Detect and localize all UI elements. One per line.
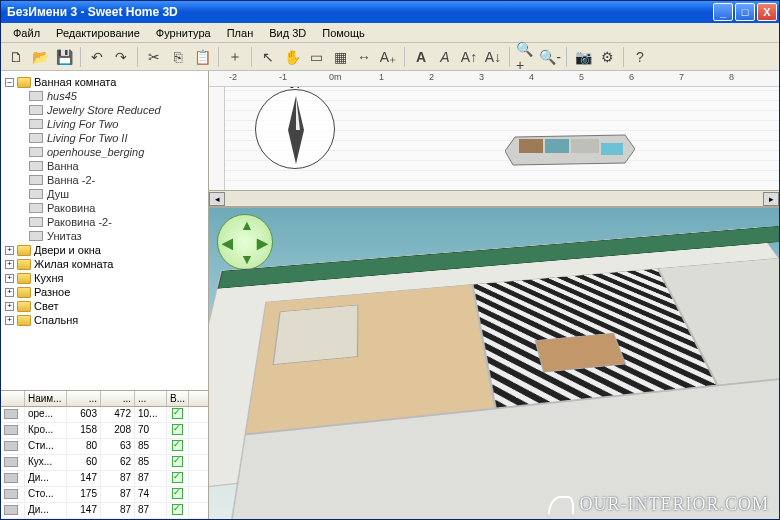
cell-visible[interactable] <box>167 439 189 454</box>
col-b[interactable]: ... <box>101 391 135 406</box>
cell-visible[interactable] <box>167 407 189 422</box>
expand-icon[interactable]: + <box>5 246 14 255</box>
menu-file[interactable]: Файл <box>5 25 48 41</box>
pan-icon[interactable]: ✋ <box>281 46 303 68</box>
text-icon[interactable]: A₊ <box>377 46 399 68</box>
table-row[interactable]: Ди...1478787 <box>1 471 208 487</box>
catalog-item[interactable]: Ванна <box>5 159 204 173</box>
menu-edit[interactable]: Редактирование <box>48 25 148 41</box>
close-button[interactable]: X <box>757 3 777 21</box>
add-furniture-icon[interactable]: ＋ <box>224 46 246 68</box>
table-row[interactable]: Ди...1478787 <box>1 503 208 519</box>
wall-icon[interactable]: ▭ <box>305 46 327 68</box>
catalog-folder-closed[interactable]: +Свет <box>5 299 204 313</box>
catalog-folder-closed[interactable]: +Спальня <box>5 313 204 327</box>
nav-3d-widget[interactable]: ▲ ▼ ◀ ▶ <box>217 214 273 270</box>
furniture-table-header[interactable]: Наим... ... ... ... В... <box>1 390 208 407</box>
snapshot-icon[interactable]: 📷 <box>572 46 594 68</box>
undo-icon[interactable]: ↶ <box>86 46 108 68</box>
open-icon[interactable]: 📂 <box>29 46 51 68</box>
catalog-item[interactable]: Раковина <box>5 201 204 215</box>
col-c[interactable]: ... <box>135 391 167 406</box>
scroll-track[interactable] <box>225 192 763 206</box>
catalog-item[interactable]: Раковина -2- <box>5 215 204 229</box>
cell-visible[interactable] <box>167 423 189 438</box>
help-icon[interactable]: ? <box>629 46 651 68</box>
expand-icon[interactable]: + <box>5 260 14 269</box>
minimize-button[interactable]: _ <box>713 3 733 21</box>
preferences-icon[interactable]: ⚙ <box>596 46 618 68</box>
plan-canvas[interactable]: N <box>225 87 779 190</box>
cell-visible[interactable] <box>167 471 189 486</box>
select-icon[interactable]: ↖ <box>257 46 279 68</box>
copy-icon[interactable]: ⎘ <box>167 46 189 68</box>
zoom-out-icon[interactable]: 🔍- <box>539 46 561 68</box>
nav-up-icon[interactable]: ▲ <box>240 217 254 233</box>
checkmark-icon[interactable] <box>172 488 183 499</box>
catalog-item[interactable]: Унитаз <box>5 229 204 243</box>
nav-down-icon[interactable]: ▼ <box>240 251 254 267</box>
catalog-tree[interactable]: – Ванная комната hus45Jewelry Store Redu… <box>1 71 208 390</box>
cut-icon[interactable]: ✂ <box>143 46 165 68</box>
nav-left-icon[interactable]: ◀ <box>222 235 233 251</box>
checkmark-icon[interactable] <box>172 456 183 467</box>
catalog-folder-closed[interactable]: +Разное <box>5 285 204 299</box>
dimension-icon[interactable]: ↔ <box>353 46 375 68</box>
zoom-in-icon[interactable]: 🔍+ <box>515 46 537 68</box>
catalog-item[interactable]: Living For Two <box>5 117 204 131</box>
scroll-left-icon[interactable]: ◂ <box>209 192 225 206</box>
menu-plan[interactable]: План <box>219 25 262 41</box>
catalog-item[interactable]: Jewelry Store Reduced <box>5 103 204 117</box>
font-increase-icon[interactable]: A↑ <box>458 46 480 68</box>
catalog-folder-closed[interactable]: +Двери и окна <box>5 243 204 257</box>
table-row[interactable]: оре...60347210... <box>1 407 208 423</box>
plan-horizontal-scrollbar[interactable]: ◂ ▸ <box>209 190 779 206</box>
new-icon[interactable]: 🗋 <box>5 46 27 68</box>
table-row[interactable]: Кро...15820870 <box>1 423 208 439</box>
col-visible[interactable]: В... <box>167 391 189 406</box>
catalog-folder-open[interactable]: – Ванная комната <box>5 75 204 89</box>
nav-right-icon[interactable]: ▶ <box>257 235 268 251</box>
menu-furniture[interactable]: Фурнитура <box>148 25 219 41</box>
catalog-item[interactable]: hus45 <box>5 89 204 103</box>
expand-icon[interactable]: + <box>5 316 14 325</box>
save-icon[interactable]: 💾 <box>53 46 75 68</box>
menu-view3d[interactable]: Вид 3D <box>261 25 314 41</box>
compass-icon[interactable]: N <box>255 89 335 169</box>
plan-view[interactable]: -2-10m12345678 N <box>209 71 779 207</box>
paste-icon[interactable]: 📋 <box>191 46 213 68</box>
scroll-right-icon[interactable]: ▸ <box>763 192 779 206</box>
checkmark-icon[interactable] <box>172 440 183 451</box>
expand-icon[interactable]: + <box>5 274 14 283</box>
catalog-folder-closed[interactable]: +Жилая комната <box>5 257 204 271</box>
col-a[interactable]: ... <box>67 391 101 406</box>
col-name[interactable]: Наим... <box>25 391 67 406</box>
table-row[interactable]: Кух...606285 <box>1 455 208 471</box>
collapse-icon[interactable]: – <box>5 78 14 87</box>
catalog-item[interactable]: Ванна -2- <box>5 173 204 187</box>
table-row[interactable]: Сто...1758774 <box>1 487 208 503</box>
room-icon[interactable]: ▦ <box>329 46 351 68</box>
cell-visible[interactable] <box>167 455 189 470</box>
checkmark-icon[interactable] <box>172 472 183 483</box>
cell-visible[interactable] <box>167 503 189 518</box>
cell-visible[interactable] <box>167 487 189 502</box>
furniture-table-body[interactable]: оре...60347210...Кро...15820870Сти...806… <box>1 407 208 519</box>
table-row[interactable]: Сти...806385 <box>1 439 208 455</box>
text-bold-icon[interactable]: A <box>410 46 432 68</box>
checkmark-icon[interactable] <box>172 408 183 419</box>
view-3d[interactable]: ▲ ▼ ◀ ▶ OUR-IN <box>209 207 779 519</box>
catalog-item[interactable]: Душ <box>5 187 204 201</box>
expand-icon[interactable]: + <box>5 302 14 311</box>
catalog-item[interactable]: openhouse_berging <box>5 145 204 159</box>
maximize-button[interactable]: □ <box>735 3 755 21</box>
redo-icon[interactable]: ↷ <box>110 46 132 68</box>
checkmark-icon[interactable] <box>172 504 183 515</box>
text-italic-icon[interactable]: A <box>434 46 456 68</box>
menu-help[interactable]: Помощь <box>314 25 373 41</box>
catalog-folder-closed[interactable]: +Кухня <box>5 271 204 285</box>
expand-icon[interactable]: + <box>5 288 14 297</box>
checkmark-icon[interactable] <box>172 424 183 435</box>
font-decrease-icon[interactable]: A↓ <box>482 46 504 68</box>
catalog-item[interactable]: Living For Two II <box>5 131 204 145</box>
